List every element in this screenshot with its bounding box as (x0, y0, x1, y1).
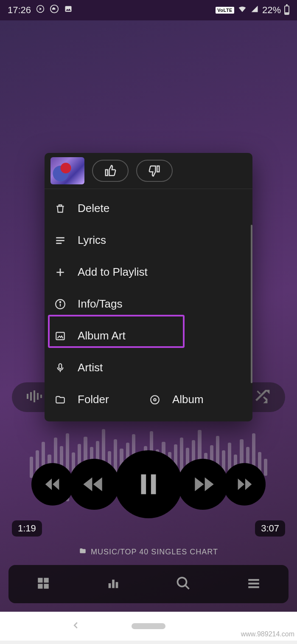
folder-path-row[interactable]: MUSIC/TOP 40 SINGLES CHART (0, 547, 297, 557)
menu-info-tags-label: Info/Tags (78, 297, 123, 311)
svg-rect-10 (38, 578, 43, 582)
skip-forward-button[interactable] (223, 463, 266, 506)
svg-point-17 (178, 578, 187, 587)
menu-artist-label: Artist (78, 361, 103, 374)
menu-lyrics-label: Lyrics (78, 234, 106, 247)
menu-folder[interactable]: Folder (54, 393, 148, 406)
menu-add-playlist-label: Add to Playlist (78, 266, 148, 279)
menu-delete[interactable]: Delete (45, 192, 252, 224)
home-pill[interactable] (132, 623, 165, 629)
svg-rect-29 (59, 364, 62, 369)
wifi-icon (238, 4, 247, 16)
elapsed-time: 1:19 (12, 520, 42, 537)
phone-screen: 17:26 VoLTE 22% (0, 0, 297, 612)
menu-artist[interactable]: Artist (45, 352, 252, 384)
signal-icon (250, 5, 259, 16)
scroll-indicator (251, 225, 252, 383)
svg-rect-16 (115, 582, 118, 588)
info-icon (54, 299, 67, 310)
svg-rect-13 (44, 584, 49, 588)
svg-rect-6 (37, 393, 39, 400)
volte-badge: VoLTE (216, 7, 234, 14)
battery-percent: 22% (262, 5, 281, 16)
mic-icon (54, 362, 67, 373)
svg-rect-28 (56, 332, 64, 339)
forward-button[interactable] (177, 459, 228, 510)
battery-icon (284, 6, 289, 15)
equalizer-tab[interactable] (106, 576, 120, 592)
menu-album-label: Album (172, 393, 204, 406)
cloud-icon (50, 4, 59, 16)
svg-rect-7 (40, 395, 42, 398)
skip-back-button[interactable] (31, 463, 74, 506)
song-thumbnail[interactable] (50, 157, 84, 184)
svg-rect-14 (108, 583, 111, 588)
rewind-button[interactable] (69, 459, 120, 510)
svg-rect-22 (56, 237, 64, 238)
search-tab[interactable] (176, 576, 191, 593)
svg-line-18 (185, 585, 189, 589)
watermark-text: www.989214.com (241, 630, 294, 638)
status-bar: 17:26 VoLTE 22% (0, 0, 297, 20)
context-menu-popup: Delete Lyrics Add to Playlist Info/Tags (45, 153, 252, 421)
svg-point-30 (151, 395, 159, 404)
svg-rect-2 (65, 6, 72, 11)
svg-rect-24 (56, 243, 62, 244)
bottom-nav (8, 565, 289, 603)
menu-tab[interactable] (247, 576, 261, 592)
svg-rect-20 (248, 583, 259, 585)
playback-controls (0, 450, 297, 518)
image-icon (64, 5, 73, 16)
svg-rect-23 (56, 240, 64, 241)
svg-rect-19 (248, 579, 259, 581)
trash-icon (54, 203, 67, 214)
svg-rect-9 (151, 475, 156, 494)
svg-rect-11 (44, 578, 49, 582)
pause-button[interactable] (115, 450, 182, 518)
svg-point-31 (154, 398, 156, 401)
svg-rect-12 (38, 584, 43, 588)
svg-rect-5 (34, 390, 35, 402)
menu-info-tags[interactable]: Info/Tags (45, 288, 252, 320)
svg-rect-21 (248, 586, 259, 588)
menu-album-art[interactable]: Album Art (45, 320, 252, 352)
menu-add-playlist[interactable]: Add to Playlist (45, 256, 252, 288)
svg-rect-3 (27, 394, 28, 399)
back-button[interactable] (71, 621, 81, 632)
svg-point-27 (60, 301, 61, 302)
image-frame-icon (54, 330, 67, 342)
menu-lyrics[interactable]: Lyrics (45, 224, 252, 256)
library-tab[interactable] (36, 576, 50, 592)
total-time: 3:07 (255, 520, 285, 537)
svg-rect-4 (30, 392, 32, 401)
svg-rect-8 (141, 475, 146, 494)
plus-icon (54, 267, 67, 278)
play-icon (36, 5, 45, 16)
disc-icon (148, 394, 161, 405)
thumbs-down-button[interactable] (136, 160, 173, 182)
equalizer-lines-icon (26, 390, 45, 405)
menu-folder-label: Folder (78, 393, 109, 406)
folder-mini-icon (79, 547, 87, 557)
menu-delete-label: Delete (78, 202, 109, 215)
status-time: 17:26 (8, 5, 31, 16)
folder-icon (54, 394, 67, 405)
menu-album[interactable]: Album (148, 393, 243, 406)
thumbs-up-button[interactable] (92, 160, 129, 182)
menu-album-art-label: Album Art (78, 329, 126, 342)
svg-rect-15 (112, 580, 115, 588)
shuffle-icon (253, 387, 270, 407)
lyrics-icon (54, 235, 67, 246)
folder-path-text: MUSIC/TOP 40 SINGLES CHART (91, 548, 218, 556)
